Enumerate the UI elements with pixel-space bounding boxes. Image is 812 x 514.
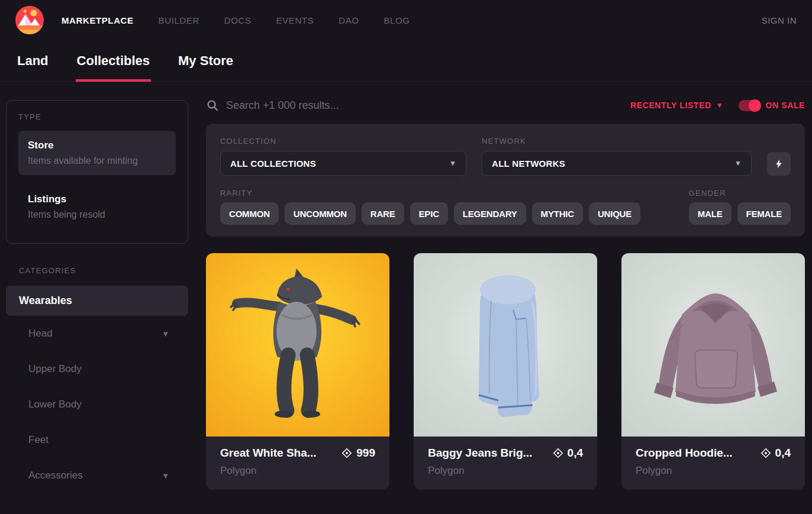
price: 0,4 xyxy=(553,447,583,460)
smart-wearables-button[interactable] xyxy=(767,152,791,176)
type-option-listings[interactable]: Listings Items being resold xyxy=(18,185,176,229)
gender-pill-female[interactable]: FEMALE xyxy=(737,202,791,225)
rarity-pill-uncommon[interactable]: UNCOMMON xyxy=(285,202,356,225)
card-network: Polygon xyxy=(636,465,791,477)
price: 0,4 xyxy=(761,447,791,460)
card-price: 999 xyxy=(356,447,375,460)
on-sale-label: ON SALE xyxy=(766,101,805,110)
collection-dropdown[interactable]: ALL COLLECTIONS ▼ xyxy=(220,151,466,176)
nav-item-builder[interactable]: BUILDER xyxy=(159,15,199,25)
category-label: Lower Body xyxy=(28,399,82,410)
card-title: Cropped Hoodie... xyxy=(636,447,755,460)
rarity-pill-mythic[interactable]: MYTHIC xyxy=(532,202,583,225)
top-navbar: MARKETPLACE BUILDER DOCS EVENTS DAO BLOG… xyxy=(0,0,812,40)
category-lower-body[interactable]: Lower Body xyxy=(6,387,188,422)
category-label: Upper Body xyxy=(28,363,82,375)
chevron-down-icon: ▼ xyxy=(162,329,169,338)
nav-item-marketplace[interactable]: MARKETPLACE xyxy=(62,15,134,25)
card-image-baggy-jeans-wearable xyxy=(414,253,597,437)
search-icon xyxy=(206,99,219,112)
search-bar[interactable] xyxy=(206,99,630,112)
type-option-description: Items available for minting xyxy=(28,156,166,166)
lightning-bolt-icon xyxy=(774,159,784,169)
card-footer: Cropped Hoodie... 0,4 Polygon xyxy=(621,437,805,490)
card-title: Great White Sha... xyxy=(220,447,336,460)
sort-label: RECENTLY LISTED xyxy=(630,101,711,110)
type-option-label: Store xyxy=(28,140,166,151)
collection-value: ALL COLLECTIONS xyxy=(230,159,316,169)
card-image-shark-wearable xyxy=(206,253,389,437)
filters-sidebar: TYPE Store Items available for minting L… xyxy=(6,82,188,493)
sign-in-button[interactable]: SIGN IN xyxy=(762,15,797,25)
type-filter-box: TYPE Store Items available for minting L… xyxy=(6,100,188,244)
filter-panel: COLLECTION ALL COLLECTIONS ▼ NETWORK ALL… xyxy=(206,124,805,237)
tab-land[interactable]: Land xyxy=(16,49,50,82)
price: 999 xyxy=(341,447,375,460)
categories-section-title: CATEGORIES xyxy=(19,266,188,275)
rarity-pill-legendary[interactable]: LEGENDARY xyxy=(454,202,526,225)
card-price: 0,4 xyxy=(568,447,583,460)
network-dropdown[interactable]: ALL NETWORKS ▼ xyxy=(482,151,752,176)
category-label: Accessories xyxy=(28,470,83,481)
item-card[interactable]: Baggy Jeans Brig... 0,4 Polygon xyxy=(414,253,597,490)
mana-diamond-icon xyxy=(761,448,771,458)
rarity-pill-rare[interactable]: RARE xyxy=(362,202,404,225)
category-upper-body[interactable]: Upper Body xyxy=(6,351,188,387)
category-wearables[interactable]: Wearables xyxy=(6,286,188,316)
main-nav: MARKETPLACE BUILDER DOCS EVENTS DAO BLOG xyxy=(62,15,410,25)
rarity-pill-epic[interactable]: EPIC xyxy=(410,202,448,225)
nav-item-events[interactable]: EVENTS xyxy=(276,15,314,25)
sort-dropdown[interactable]: RECENTLY LISTED ▼ xyxy=(630,101,723,110)
chevron-down-icon: ▼ xyxy=(449,159,456,167)
chevron-down-icon: ▼ xyxy=(162,471,169,480)
type-option-label: Listings xyxy=(28,193,166,205)
mana-diamond-icon xyxy=(553,448,563,458)
rarity-pill-unique[interactable]: UNIQUE xyxy=(589,202,640,225)
type-section-title: TYPE xyxy=(18,112,176,121)
collection-label: COLLECTION xyxy=(220,137,466,146)
nav-item-blog[interactable]: BLOG xyxy=(384,15,410,25)
tab-collectibles[interactable]: Collectibles xyxy=(76,49,151,82)
category-label: Head xyxy=(28,328,53,340)
rarity-label: RARITY xyxy=(220,189,640,198)
card-network: Polygon xyxy=(220,465,375,477)
gender-filter: GENDER MALE FEMALE xyxy=(689,189,791,225)
decentraland-logo[interactable] xyxy=(15,6,44,34)
nav-item-docs[interactable]: DOCS xyxy=(224,15,252,25)
rarity-filter: RARITY COMMON UNCOMMON RARE EPIC LEGENDA… xyxy=(220,189,640,225)
type-option-description: Items being resold xyxy=(28,209,166,220)
category-head[interactable]: Head ▼ xyxy=(6,316,188,351)
card-network: Polygon xyxy=(428,465,583,477)
type-option-store[interactable]: Store Items available for minting xyxy=(18,131,176,175)
network-value: ALL NETWORKS xyxy=(492,159,565,169)
item-card[interactable]: Great White Sha... 999 Polygon xyxy=(206,253,389,490)
results-area: RECENTLY LISTED ▼ ON SALE COLLECTION ALL… xyxy=(206,82,805,493)
category-accessories[interactable]: Accessories ▼ xyxy=(6,458,188,493)
card-image-cropped-hoodie-wearable xyxy=(621,253,805,437)
results-grid: Great White Sha... 999 Polygon xyxy=(206,253,805,490)
results-toolbar: RECENTLY LISTED ▼ ON SALE xyxy=(206,99,805,112)
on-sale-toggle[interactable] xyxy=(739,100,761,111)
on-sale-control: ON SALE xyxy=(739,100,805,111)
mana-diamond-icon xyxy=(341,448,352,458)
item-card[interactable]: Cropped Hoodie... 0,4 Polygon xyxy=(621,253,805,490)
card-price: 0,4 xyxy=(775,447,791,460)
card-footer: Great White Sha... 999 Polygon xyxy=(206,437,389,490)
chevron-down-icon: ▼ xyxy=(734,159,742,167)
page-content: TYPE Store Items available for minting L… xyxy=(0,82,812,493)
tab-my-store[interactable]: My Store xyxy=(177,49,234,82)
section-tabs: Land Collectibles My Store xyxy=(0,40,812,82)
card-title: Baggy Jeans Brig... xyxy=(428,447,547,460)
gender-label: GENDER xyxy=(689,189,791,198)
nav-item-dao[interactable]: DAO xyxy=(339,15,359,25)
toggle-knob xyxy=(749,99,761,112)
category-feet[interactable]: Feet xyxy=(6,422,188,458)
network-label: NETWORK xyxy=(482,137,752,146)
category-label: Feet xyxy=(28,434,49,446)
rarity-pill-common[interactable]: COMMON xyxy=(220,202,279,225)
chevron-down-icon: ▼ xyxy=(716,101,723,109)
card-footer: Baggy Jeans Brig... 0,4 Polygon xyxy=(414,437,597,490)
search-input[interactable] xyxy=(226,99,475,112)
gender-pill-male[interactable]: MALE xyxy=(689,202,732,225)
